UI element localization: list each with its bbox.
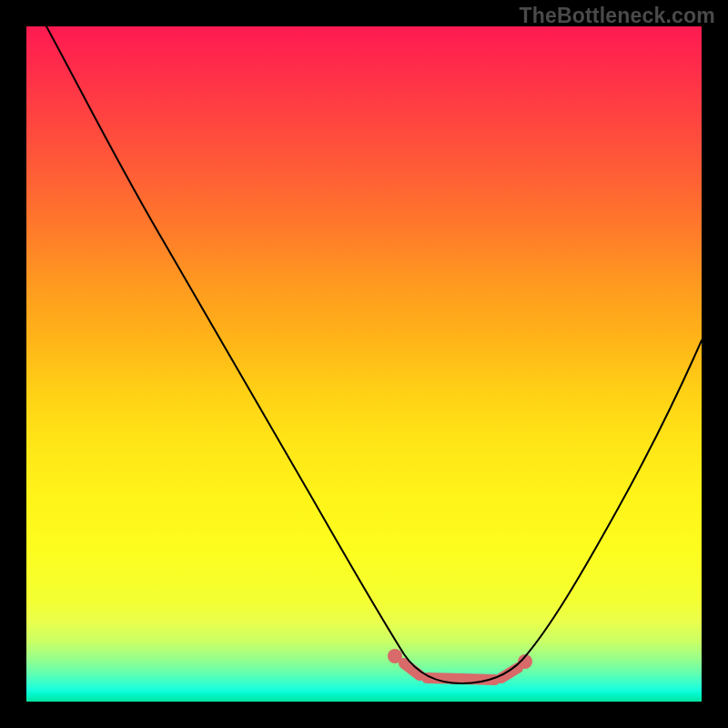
- chart-frame: TheBottleneck.com: [0, 0, 728, 728]
- plot-area: [26, 26, 702, 702]
- optimal-range-markers: [388, 649, 532, 680]
- bottleneck-curve-path: [46, 26, 702, 683]
- watermark-text: TheBottleneck.com: [519, 4, 715, 28]
- curve-svg: [26, 26, 702, 702]
